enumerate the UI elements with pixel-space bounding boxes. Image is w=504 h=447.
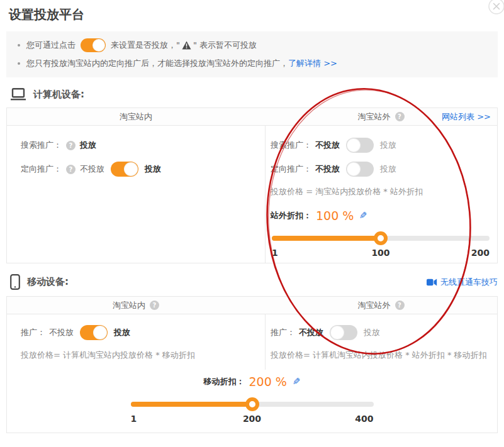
computer-icon — [10, 88, 26, 101]
computer-section-head: 计算机设备: — [10, 88, 498, 101]
mobile-offsite-cell: 推广： 不投放 投放 投放价格= 计算机淘宝站内投放价格 * 站外折扣 * 移动… — [265, 314, 497, 370]
help-icon[interactable]: ? — [395, 112, 405, 121]
promo-label: 推广： — [21, 327, 45, 338]
note1-mid: 来设置是否投放，" — [111, 38, 180, 52]
promo-off-label: 不投放 — [299, 327, 323, 338]
slider-knob[interactable] — [245, 397, 259, 411]
computer-onsite-header-label: 淘宝站内 — [120, 111, 152, 123]
search-promo-label: 搜索推广： — [21, 140, 62, 151]
slider-max-label: 400 — [355, 414, 373, 424]
computer-offsite-header-label: 淘宝站外 — [358, 111, 391, 123]
computer-onsite-header: 淘宝站内 — [7, 108, 265, 125]
help-icon[interactable]: ? — [66, 165, 76, 174]
mobile-offsite-header-label: 淘宝站外 — [358, 300, 391, 311]
computer-table: 淘宝站内 淘宝站外 ? 网站列表 >> 搜索推广： ? 投放 定向推广： ? — [6, 108, 498, 263]
computer-offsite-target-row: 定向推广： 不投放 投放 — [271, 161, 491, 177]
site-list-link[interactable]: 网站列表 >> — [442, 111, 491, 123]
notes-panel: 您可通过点击 来设置是否投放，" " 表示暂不可投放 您只有投放淘宝站内的定向推… — [6, 31, 498, 77]
note1-pre: 您可通过点击 — [26, 38, 76, 52]
edit-pencil-icon[interactable]: ✎ — [359, 211, 367, 221]
mobile-discount-row: 移动折扣： 200 % ✎ — [7, 373, 497, 390]
search-promo-value: 投放 — [80, 140, 96, 151]
mobile-discount-value: 200 % — [249, 375, 287, 389]
mobile-onsite-toggle[interactable] — [80, 325, 108, 340]
help-icon[interactable]: ? — [150, 301, 159, 310]
mobile-offsite-toggle[interactable] — [330, 325, 357, 340]
note-line-2: 您只有投放淘宝站内的定向推广后，才能选择投放淘宝站外的定向推广， 了解详情 >> — [16, 57, 488, 70]
promo-off-label: 不投放 — [49, 327, 74, 338]
mobile-discount-block: 移动折扣： 200 % ✎ 1 200 400 — [7, 370, 497, 433]
mobile-offsite-promo-row: 推广： 不投放 投放 — [271, 324, 491, 341]
offsite-discount-label: 站外折扣： — [271, 210, 311, 221]
slider-min-label: 1 — [272, 248, 278, 258]
search-on-label: 投放 — [380, 140, 396, 151]
promo-label: 推广： — [271, 327, 295, 338]
computer-table-header: 淘宝站内 淘宝站外 ? 网站列表 >> — [7, 108, 497, 126]
help-icon[interactable]: ? — [395, 301, 405, 310]
mobile-discount-slider[interactable] — [131, 398, 374, 411]
computer-table-body: 搜索推广： ? 投放 定向推广： ? 不投放 投放 搜索推广： 不投放 投放 — [7, 126, 497, 263]
target-on-label: 投放 — [145, 163, 161, 175]
mobile-table-header: 淘宝站内 ? 淘宝站外 ? — [7, 297, 497, 314]
offsite-discount-slider[interactable] — [272, 232, 490, 245]
computer-offsite-header: 淘宝站外 ? 网站列表 >> — [265, 108, 497, 125]
mobile-slider-labels: 1 200 400 — [131, 414, 374, 425]
note-line-1: 您可通过点击 来设置是否投放，" " 表示暂不可投放 — [16, 38, 488, 52]
computer-offsite-cell: 搜索推广： 不投放 投放 定向推广： 不投放 投放 投放价格 = 淘宝站内投放价… — [265, 126, 497, 263]
offsite-discount-value: 100 % — [316, 209, 354, 223]
slider-fill — [272, 236, 381, 241]
set-platform-dialog: 设置投放平台 您可通过点击 来设置是否投放，" " 表示暂不可投放 您只有投放淘… — [0, 0, 504, 447]
target-on-label: 投放 — [380, 163, 396, 175]
promo-on-label: 投放 — [364, 327, 380, 338]
computer-onsite-search-row: 搜索推广： ? 投放 — [21, 137, 265, 153]
close-icon[interactable] — [487, 0, 504, 16]
computer-onsite-cell: 搜索推广： ? 投放 定向推广： ? 不投放 投放 — [7, 126, 265, 263]
search-off-label: 不投放 — [315, 140, 340, 151]
mobile-onsite-header-label: 淘宝站内 — [113, 300, 145, 311]
mobile-phone-icon — [10, 274, 20, 290]
slider-min-label: 1 — [131, 414, 137, 424]
slider-max-label: 200 — [471, 248, 490, 258]
mobile-offsite-header: 淘宝站外 ? — [265, 297, 497, 314]
mobile-discount-label: 移动折扣： — [204, 376, 245, 387]
bullet-icon — [18, 62, 20, 65]
mobile-onsite-formula: 投放价格= 计算机淘宝站内投放价格 * 移动折扣 — [21, 350, 265, 361]
target-off-label: 不投放 — [315, 163, 340, 175]
slider-mid-label: 200 — [243, 414, 261, 424]
edit-pencil-icon[interactable]: ✎ — [293, 377, 301, 387]
wireless-tips-link[interactable]: 无线直通车技巧 — [440, 277, 498, 288]
page-title: 设置投放平台 — [9, 5, 498, 24]
mobile-onsite-cell: 推广： 不投放 投放 投放价格= 计算机淘宝站内投放价格 * 移动折扣 — [7, 314, 265, 370]
note2-text: 您只有投放淘宝站内的定向推广后，才能选择投放淘宝站外的定向推广， — [26, 57, 288, 70]
slider-fill — [131, 402, 252, 407]
target-promo-label: 定向推广： — [271, 163, 311, 175]
offsite-price-formula: 投放价格 = 淘宝站内投放价格 * 站外折扣 — [271, 186, 491, 197]
computer-offsite-search-row: 搜索推广： 不投放 投放 — [271, 137, 491, 153]
video-icon — [427, 279, 437, 286]
offsite-discount-row: 站外折扣： 100 % ✎ — [271, 207, 491, 224]
computer-onsite-target-toggle[interactable] — [111, 162, 138, 177]
offsite-slider-labels: 1 100 200 — [272, 248, 490, 259]
computer-offsite-search-toggle[interactable] — [346, 138, 374, 153]
learn-more-link[interactable]: 了解详情 >> — [288, 57, 337, 70]
computer-section-title: 计算机设备: — [33, 89, 84, 101]
mobile-offsite-formula: 投放价格= 计算机淘宝站内投放价格 * 站外折扣 * 移动折扣 — [271, 350, 491, 361]
mobile-table-body: 推广： 不投放 投放 投放价格= 计算机淘宝站内投放价格 * 移动折扣 推广： … — [7, 314, 497, 370]
slider-mid-label: 100 — [371, 248, 389, 258]
target-promo-label: 定向推广： — [21, 163, 62, 175]
target-off-label: 不投放 — [80, 163, 104, 175]
toggle-example-icon — [81, 38, 106, 52]
slider-knob[interactable] — [374, 231, 388, 245]
help-icon[interactable]: ? — [66, 141, 76, 150]
mobile-onsite-header: 淘宝站内 ? — [7, 297, 265, 314]
search-promo-label: 搜索推广： — [271, 140, 311, 151]
note1-post: " 表示暂不可投放 — [193, 38, 257, 52]
mobile-section-title: 移动设备: — [27, 276, 69, 288]
warning-triangle-icon — [182, 41, 191, 50]
promo-on-label: 投放 — [114, 327, 130, 338]
bullet-icon — [18, 44, 20, 47]
mobile-table: 淘宝站内 ? 淘宝站外 ? 推广： 不投放 投放 投放价格= 计算机淘宝站内投放… — [6, 296, 498, 433]
mobile-section-head: 移动设备: 无线直通车技巧 — [10, 274, 498, 290]
computer-offsite-target-toggle[interactable] — [346, 162, 374, 177]
computer-onsite-target-row: 定向推广： ? 不投放 投放 — [21, 161, 265, 177]
